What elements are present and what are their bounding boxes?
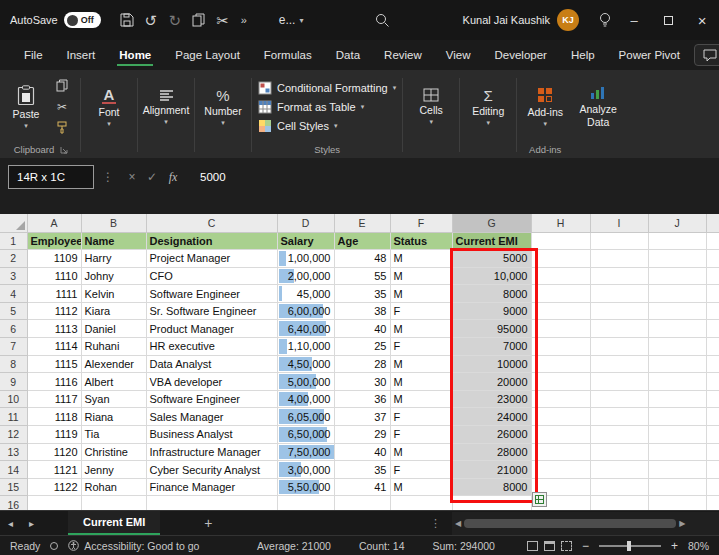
cell-status[interactable]: M (390, 373, 452, 391)
cell[interactable] (648, 250, 706, 268)
cell[interactable] (590, 373, 648, 391)
cell[interactable] (531, 373, 590, 391)
copy-small-button[interactable] (52, 77, 72, 94)
sheet-nav-right-icon[interactable]: ▸ (21, 518, 42, 529)
page-break-view-button[interactable] (561, 541, 572, 551)
cell-employee[interactable]: 1113 (27, 320, 81, 338)
cell[interactable] (590, 355, 648, 373)
cell-status[interactable]: M (390, 267, 452, 285)
cell-designation[interactable]: VBA developer (146, 373, 277, 391)
cell-name[interactable]: Albert (81, 373, 146, 391)
cell-emi[interactable]: 28000 (452, 443, 531, 461)
tab-overflow-icon[interactable]: ⋮ (430, 517, 441, 530)
cell-name[interactable]: Alexender (81, 355, 146, 373)
row-header-3[interactable]: 3 (0, 267, 27, 285)
cell[interactable] (648, 408, 706, 426)
cell[interactable] (531, 232, 590, 250)
cell[interactable] (590, 408, 648, 426)
zoom-level[interactable]: 80% (688, 540, 709, 552)
column-header-C[interactable]: C (146, 214, 277, 232)
cell-employee[interactable]: 1109 (27, 250, 81, 268)
workbook-title-menu[interactable]: e... ▾ (279, 13, 304, 27)
row-header-10[interactable]: 10 (0, 390, 27, 408)
cell-salary[interactable]: 6,00,000 (277, 302, 334, 320)
row-header-15[interactable]: 15 (0, 478, 27, 496)
cell-age[interactable]: 41 (334, 478, 390, 496)
cell-name[interactable]: Kelvin (81, 285, 146, 303)
cell[interactable] (648, 496, 706, 510)
row-header-2[interactable]: 2 (0, 250, 27, 268)
cell-name[interactable]: Syan (81, 390, 146, 408)
cell-designation[interactable]: Product Manager (146, 320, 277, 338)
tab-data[interactable]: Data (326, 44, 370, 66)
cell[interactable] (531, 338, 590, 356)
scroll-right-icon[interactable]: ▶ (679, 519, 685, 528)
row-header-11[interactable]: 11 (0, 408, 27, 426)
cell[interactable] (590, 426, 648, 444)
cell[interactable] (590, 232, 648, 250)
row-header-1[interactable]: 1 (0, 232, 27, 250)
format-painter-button[interactable] (52, 119, 72, 136)
cell-emi[interactable]: 9000 (452, 302, 531, 320)
cell-designation[interactable]: Finance Manager (146, 478, 277, 496)
cell-emi[interactable]: 8000 (452, 285, 531, 303)
cell-salary[interactable]: 45,000 (277, 285, 334, 303)
cell[interactable] (531, 355, 590, 373)
cell-age[interactable]: 28 (334, 355, 390, 373)
cell-designation[interactable]: Cyber Security Analyst (146, 461, 277, 479)
cancel-entry-icon[interactable]: × (122, 170, 142, 184)
copy-button[interactable] (187, 7, 211, 33)
tab-power-pivot[interactable]: Power Pivot (609, 44, 690, 66)
cell-emi[interactable]: 7000 (452, 338, 531, 356)
cell-designation[interactable]: Infrastructure Manager (146, 443, 277, 461)
cut-button[interactable]: ✂ (211, 7, 235, 33)
horizontal-scroll-thumb[interactable] (464, 519, 676, 528)
drag-handle-icon[interactable]: ⋮ (102, 170, 114, 184)
cell-salary[interactable]: 7,50,000 (277, 443, 334, 461)
cell-status[interactable]: M (390, 250, 452, 268)
status-average[interactable]: Average: 21000 (257, 540, 331, 552)
cell-emi[interactable]: 20000 (452, 373, 531, 391)
tab-home[interactable]: Home (109, 44, 161, 66)
cell-age[interactable]: 37 (334, 408, 390, 426)
tab-view[interactable]: View (436, 44, 481, 66)
tab-help[interactable]: Help (561, 44, 605, 66)
cells-menu-button[interactable]: Cells ▾ (407, 88, 455, 125)
table-header-cell[interactable]: Age (334, 232, 390, 250)
zoom-slider[interactable] (599, 545, 661, 547)
autosave-switch[interactable]: Off (64, 12, 101, 28)
cell[interactable] (590, 390, 648, 408)
cell-salary[interactable]: 1,00,000 (277, 250, 334, 268)
cell-designation[interactable]: Sr. Software Engineer (146, 302, 277, 320)
cell[interactable] (590, 267, 648, 285)
cell-emi[interactable]: 95000 (452, 320, 531, 338)
cell-employee[interactable]: 1119 (27, 426, 81, 444)
table-header-cell[interactable]: Salary (277, 232, 334, 250)
cell-age[interactable]: 29 (334, 426, 390, 444)
cell[interactable] (531, 302, 590, 320)
cell[interactable] (590, 320, 648, 338)
scroll-left-icon[interactable]: ◀ (455, 519, 461, 528)
cell[interactable] (590, 496, 648, 510)
cell-employee[interactable]: 1111 (27, 285, 81, 303)
cell[interactable] (531, 285, 590, 303)
column-header-I[interactable]: I (590, 214, 648, 232)
cell[interactable] (590, 461, 648, 479)
column-header-J[interactable]: J (648, 214, 706, 232)
cell[interactable] (531, 267, 590, 285)
cell[interactable] (27, 496, 81, 510)
cell-employee[interactable]: 1114 (27, 338, 81, 356)
cell-salary[interactable]: 1,10,000 (277, 338, 334, 356)
cell[interactable] (590, 285, 648, 303)
page-layout-view-button[interactable] (544, 541, 555, 551)
cell[interactable] (81, 496, 146, 510)
cell-salary[interactable]: 5,50,000 (277, 478, 334, 496)
cell-status[interactable]: M (390, 320, 452, 338)
cell-salary[interactable]: 2,00,000 (277, 267, 334, 285)
cell-designation[interactable]: Software Engineer (146, 390, 277, 408)
cell-employee[interactable]: 1120 (27, 443, 81, 461)
cell-emi[interactable]: 10000 (452, 355, 531, 373)
row-header-8[interactable]: 8 (0, 355, 27, 373)
status-sum[interactable]: Sum: 294000 (432, 540, 494, 552)
cell-age[interactable]: 55 (334, 267, 390, 285)
